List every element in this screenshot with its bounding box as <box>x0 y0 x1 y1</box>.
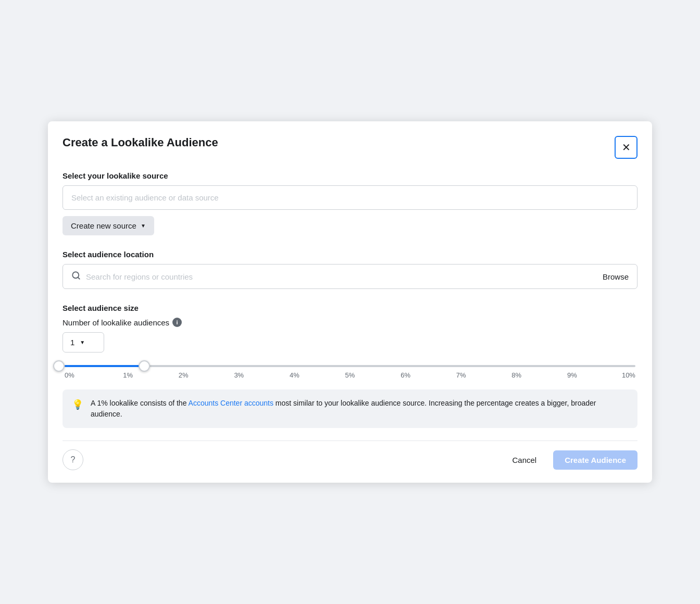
slider-label-6: 6% <box>398 371 414 379</box>
slider-thumb-right[interactable] <box>139 360 150 372</box>
number-dropdown-arrow-icon: ▼ <box>80 339 85 345</box>
location-search-input[interactable] <box>86 272 597 281</box>
lookalike-source-section: Select your lookalike source Create new … <box>63 171 638 235</box>
audience-location-label: Select audience location <box>63 250 638 259</box>
audience-location-section: Select audience location Browse <box>63 250 638 289</box>
close-button[interactable]: ✕ <box>615 136 638 159</box>
slider-label-5: 5% <box>342 371 358 379</box>
slider-thumb-left[interactable] <box>53 360 65 372</box>
number-value: 1 <box>70 338 74 347</box>
footer-actions: Cancel Create Audience <box>502 450 638 470</box>
slider-label-7: 7% <box>453 371 469 379</box>
slider-label-4: 4% <box>286 371 302 379</box>
slider-label-9: 9% <box>564 371 580 379</box>
slider-fill <box>65 365 144 367</box>
svg-line-1 <box>78 277 79 279</box>
info-box: 💡 A 1% lookalike consists of the Account… <box>63 389 638 428</box>
cancel-button[interactable]: Cancel <box>502 450 547 470</box>
slider-label-1: 1% <box>120 371 136 379</box>
help-button[interactable]: ? <box>63 449 83 470</box>
number-of-audiences-label: Number of lookalike audiences i <box>63 318 638 327</box>
modal-dialog: Create a Lookalike Audience ✕ Select you… <box>48 121 652 483</box>
location-search-container: Browse <box>63 264 638 289</box>
size-slider-container: 0% 1% 2% 3% 4% 5% 6% 7% 8% 9% 10% <box>63 365 638 379</box>
create-new-source-button[interactable]: Create new source ▼ <box>63 216 154 235</box>
audience-size-label: Select audience size <box>63 304 638 312</box>
slider-label-2: 2% <box>176 371 191 379</box>
modal-header: Create a Lookalike Audience ✕ <box>63 136 638 159</box>
audience-size-section: Select audience size Number of lookalike… <box>63 304 638 379</box>
slider-track <box>65 365 635 367</box>
browse-link[interactable]: Browse <box>603 272 629 281</box>
create-source-label: Create new source <box>71 221 136 230</box>
slider-labels: 0% 1% 2% 3% 4% 5% 6% 7% 8% 9% 10% <box>65 371 635 379</box>
search-icon <box>71 271 81 282</box>
close-icon: ✕ <box>622 141 631 154</box>
modal-title: Create a Lookalike Audience <box>63 136 218 149</box>
create-audience-button[interactable]: Create Audience <box>553 450 638 470</box>
lightbulb-icon: 💡 <box>72 399 83 410</box>
accounts-center-link[interactable]: Accounts Center accounts <box>189 399 273 407</box>
slider-label-0: 0% <box>65 371 80 379</box>
number-dropdown[interactable]: 1 ▼ <box>63 332 104 353</box>
lookalike-source-input[interactable] <box>63 185 638 210</box>
help-icon: ? <box>71 455 76 464</box>
slider-label-10: 10% <box>620 371 635 379</box>
info-icon[interactable]: i <box>172 318 182 327</box>
modal-footer: ? Cancel Create Audience <box>63 441 638 470</box>
info-text-before: A 1% lookalike consists of the <box>91 399 189 407</box>
lookalike-source-label: Select your lookalike source <box>63 171 638 180</box>
dropdown-arrow-icon: ▼ <box>141 223 146 229</box>
slider-label-3: 3% <box>231 371 247 379</box>
slider-label-8: 8% <box>509 371 524 379</box>
info-text: A 1% lookalike consists of the Accounts … <box>91 398 628 420</box>
